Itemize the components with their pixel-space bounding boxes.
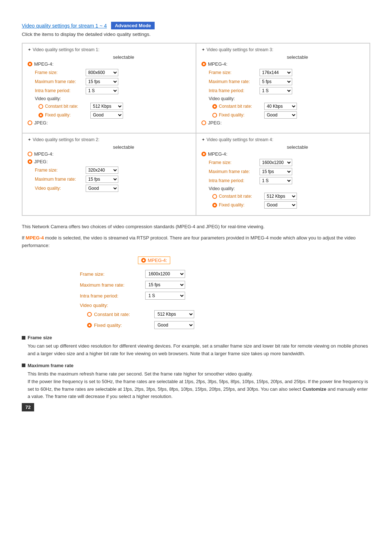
page-link[interactable]: Video quality settings for stream 1 ~ 4 bbox=[22, 23, 107, 29]
stream3-max-frame-rate-row: Maximum frame rate: 5 fps bbox=[201, 78, 364, 85]
stream4-fixed-quality-row: Fixed quality: Good bbox=[209, 201, 364, 209]
title-row: Video quality settings for stream 1 ~ 4 … bbox=[22, 22, 370, 29]
stream3-constant-bitrate-select[interactable]: 40 Kbps bbox=[264, 103, 297, 110]
stream3-intra-frame-row: Intra frame period: 1 S bbox=[201, 87, 364, 94]
stream2-mpeg4-radio-row: MPEG-4: bbox=[28, 151, 191, 157]
stream2-jpeg-label: JPEG: bbox=[34, 159, 48, 164]
stream1-jpeg-radio-row: JPEG: bbox=[28, 120, 191, 126]
stream4-fixed-quality-select[interactable]: Good bbox=[264, 201, 297, 209]
stream1-intra-frame-row: Intra frame period: 1 S bbox=[28, 87, 191, 94]
header-section: Video quality settings for stream 1 ~ 4 … bbox=[22, 22, 370, 37]
stream1-constant-bitrate-select[interactable]: 512 Kbps bbox=[90, 103, 123, 110]
stream1-constant-bitrate-row: Constant bit rate: 512 Kbps bbox=[35, 103, 191, 110]
stream1-fixed-quality-row: Fixed quality: Good bbox=[35, 111, 191, 119]
demo-max-frame-rate-select[interactable]: 15 fps bbox=[145, 281, 185, 289]
stream3-max-frame-rate-select[interactable]: 5 fps bbox=[260, 78, 292, 85]
max-frame-rate-bullet-title: Maximum frame rate bbox=[22, 363, 370, 368]
stream1-constant-bitrate-radio[interactable] bbox=[38, 104, 43, 109]
advanced-mode-button[interactable]: Advanced Mode bbox=[111, 22, 155, 29]
stream1-mpeg4-radio[interactable] bbox=[28, 62, 32, 66]
stream4-fixed-quality-radio[interactable] bbox=[212, 203, 217, 208]
stream4-intra-frame-select[interactable]: 1 S bbox=[260, 177, 292, 184]
demo-fixed-quality-radio[interactable] bbox=[87, 323, 92, 328]
stream2-frame-size-select[interactable]: 320x240 bbox=[86, 167, 118, 174]
stream1-title: ✦ Video quality settings for stream 1: bbox=[28, 47, 191, 52]
stream2-frame-size-label: Frame size: bbox=[35, 168, 86, 173]
stream3-frame-size-row: Frame size: 176x144 bbox=[201, 69, 364, 76]
stream4-mpeg4-radio[interactable] bbox=[201, 152, 206, 156]
demo-frame-size-select[interactable]: 1600x1200 bbox=[145, 270, 185, 278]
demo-intra-frame-select[interactable]: 1 S bbox=[145, 292, 185, 300]
desc-para1: This Network Camera offers two choices o… bbox=[22, 223, 370, 231]
stream3-fixed-quality-row: Fixed quality: Good bbox=[209, 111, 364, 119]
stream1-jpeg-radio[interactable] bbox=[28, 120, 32, 125]
stream1-max-frame-rate-label: Maximum frame rate: bbox=[35, 79, 86, 84]
bullet-square-2 bbox=[22, 364, 25, 367]
stream1-frame-size-select[interactable]: 800x600 bbox=[86, 69, 118, 76]
demo-constant-bitrate-select[interactable]: 512 Kbps bbox=[154, 310, 194, 318]
mpeg4-highlight: MPEG-4 bbox=[26, 235, 44, 241]
stream4-frame-size-label: Frame size: bbox=[209, 160, 260, 165]
customize-bold: Customize bbox=[302, 386, 326, 392]
stream3-mpeg4-radio[interactable] bbox=[201, 62, 206, 66]
stream4-max-frame-rate-select[interactable]: 15 fps bbox=[260, 168, 292, 175]
bullet-square-1 bbox=[22, 336, 25, 340]
max-frame-rate-bullet-content: This limits the maximum refresh frame ra… bbox=[22, 370, 370, 401]
stream4-max-frame-rate-row: Maximum frame rate: 15 fps bbox=[201, 168, 364, 175]
stream2-mpeg4-radio[interactable] bbox=[28, 152, 32, 156]
stream1-intra-frame-select[interactable]: 1 S bbox=[86, 87, 118, 94]
demo-intra-frame-label: Intra frame period: bbox=[80, 293, 145, 299]
stream2-title: ✦ Video quality settings for stream 2: bbox=[28, 137, 191, 142]
stream2-frame-size-row: Frame size: 320x240 bbox=[28, 167, 191, 174]
stream4-max-frame-rate-label: Maximum frame rate: bbox=[209, 169, 260, 174]
gear-icon-s4: ✦ bbox=[201, 137, 205, 142]
stream4-intra-frame-label: Intra frame period: bbox=[209, 178, 260, 183]
stream1-frame-size-row: Frame size: 800x600 bbox=[28, 69, 191, 76]
stream4-constant-bitrate-radio[interactable] bbox=[212, 194, 217, 199]
description-section: This Network Camera offers two choices o… bbox=[22, 223, 370, 401]
stream3-frame-size-select[interactable]: 176x144 bbox=[260, 69, 292, 76]
demo-mpeg4-radio[interactable] bbox=[141, 258, 146, 263]
streams-grid: ✦ Video quality settings for stream 1: s… bbox=[22, 43, 370, 216]
demo-max-frame-rate-label: Maximum frame rate: bbox=[80, 282, 145, 288]
stream3-jpeg-radio[interactable] bbox=[201, 120, 206, 125]
stream1-max-frame-rate-row: Maximum frame rate: 15 fps bbox=[28, 78, 191, 85]
stream1-fixed-quality-select[interactable]: Good bbox=[90, 111, 123, 119]
gear-icon-s3: ✦ bbox=[201, 47, 205, 52]
max-frame-rate-content2: If the power line frequency is set to 50… bbox=[28, 378, 370, 401]
stream1-mpeg4-label: MPEG-4: bbox=[34, 61, 53, 67]
stream1-intra-frame-label: Intra frame period: bbox=[35, 88, 86, 93]
stream3-fixed-quality-radio[interactable] bbox=[212, 113, 217, 118]
stream2-max-frame-rate-row: Maximum frame rate: 15 fps bbox=[28, 176, 191, 183]
stream3-constant-bitrate-label: Constant bit rate: bbox=[219, 104, 262, 109]
stream4-mpeg4-radio-row: MPEG-4: bbox=[201, 151, 364, 157]
stream4-fixed-quality-label: Fixed quality: bbox=[219, 202, 262, 208]
stream3-constant-bitrate-radio[interactable] bbox=[212, 104, 217, 109]
stream4-video-quality-section: Video quality: Constant bit rate: 512 Kb… bbox=[201, 186, 364, 209]
stream2-video-quality-row: Video quality: Good bbox=[28, 185, 191, 192]
stream3-intra-frame-select[interactable]: 1 S bbox=[260, 87, 292, 94]
stream1-selectable: selectable bbox=[28, 54, 191, 60]
stream2-max-frame-rate-select[interactable]: 15 fps bbox=[86, 176, 118, 183]
demo-constant-bitrate-radio[interactable] bbox=[87, 312, 92, 317]
stream3-frame-size-label: Frame size: bbox=[209, 70, 260, 75]
stream3-fixed-quality-select[interactable]: Good bbox=[264, 111, 297, 119]
stream1-frame-size-label: Frame size: bbox=[35, 70, 86, 75]
demo-frame-size-row: Frame size: 1600x1200 bbox=[80, 270, 370, 278]
stream4-constant-bitrate-select[interactable]: 512 Kbps bbox=[264, 193, 297, 200]
stream4-panel: ✦ Video quality settings for stream 4: s… bbox=[196, 133, 370, 216]
stream1-video-quality-label: Video quality: bbox=[35, 96, 191, 101]
stream4-constant-bitrate-row: Constant bit rate: 512 Kbps bbox=[209, 193, 364, 200]
demo-fixed-quality-row: Fixed quality: Good bbox=[80, 321, 370, 329]
demo-fixed-quality-select[interactable]: Good bbox=[154, 321, 194, 329]
demo-intra-frame-row: Intra frame period: 1 S bbox=[80, 292, 370, 300]
stream2-video-quality-select[interactable]: Good bbox=[86, 185, 118, 192]
stream2-jpeg-radio[interactable] bbox=[28, 159, 32, 164]
stream4-intra-frame-row: Intra frame period: 1 S bbox=[201, 177, 364, 184]
stream3-max-frame-rate-label: Maximum frame rate: bbox=[209, 79, 260, 84]
stream4-frame-size-select[interactable]: 1600x1200 bbox=[260, 159, 292, 166]
stream1-max-frame-rate-select[interactable]: 15 fps bbox=[86, 78, 118, 85]
stream3-constant-bitrate-row: Constant bit rate: 40 Kbps bbox=[209, 103, 364, 110]
stream1-fixed-quality-radio[interactable] bbox=[38, 113, 43, 118]
stream3-video-quality-section: Video quality: Constant bit rate: 40 Kbp… bbox=[201, 96, 364, 119]
